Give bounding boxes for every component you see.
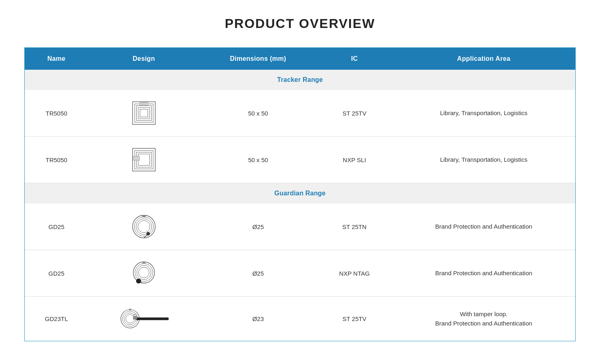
svg-point-35: [129, 308, 131, 310]
app-area-line1: With tamper loop.: [460, 310, 508, 317]
product-ic: NXP SLI: [317, 137, 392, 183]
product-ic: ST 25TV: [317, 90, 392, 137]
product-app-area: Library, Transportation, Logistics: [392, 137, 575, 183]
product-app-area: Brand Protection and Authentication: [392, 203, 575, 250]
category-row-tracker: Tracker Range: [25, 70, 575, 90]
table-row: GD25: [25, 203, 575, 250]
table-header-row: Name Design Dimensions (mm) IC Applicati…: [25, 48, 575, 70]
app-area-line2: Brand Protection and Authentication: [435, 320, 532, 327]
category-label-tracker: Tracker Range: [25, 70, 575, 90]
product-ic: ST 25TN: [317, 203, 392, 250]
product-dimensions: Ø25: [199, 203, 317, 250]
design-icon-gd23tl: [118, 306, 170, 332]
table-row: TR5050: [25, 137, 575, 183]
product-table: Name Design Dimensions (mm) IC Applicati…: [25, 48, 575, 341]
design-icon-tr5050-v2: [130, 146, 158, 174]
product-app-area: Library, Transportation, Logistics: [392, 90, 575, 137]
svg-point-20: [138, 221, 150, 233]
svg-rect-28: [142, 261, 145, 263]
product-name: GD23TL: [25, 297, 88, 341]
product-design: [88, 90, 199, 137]
design-icon-gd25-v1: [130, 212, 158, 241]
page-title: PRODUCT OVERVIEW: [225, 16, 375, 31]
svg-rect-2: [136, 106, 151, 121]
svg-point-27: [139, 267, 149, 278]
svg-point-18: [134, 217, 153, 236]
design-icon-tr5050-v1: [130, 99, 158, 127]
svg-rect-4: [140, 109, 148, 117]
product-name: GD25: [25, 250, 88, 297]
product-dimensions: 50 x 50: [199, 137, 317, 183]
category-label-guardian: Guardian Range: [25, 183, 575, 204]
col-header-dimensions: Dimensions (mm): [199, 48, 317, 70]
svg-rect-12: [138, 154, 150, 165]
product-app-area: With tamper loop. Brand Protection and A…: [392, 297, 575, 341]
product-design: [88, 203, 199, 250]
product-dimensions: 50 x 50: [199, 90, 317, 137]
svg-rect-21: [142, 215, 146, 217]
col-header-name: Name: [25, 48, 88, 70]
col-header-design: Design: [88, 48, 199, 70]
product-design: [88, 297, 199, 341]
table-row: TR5050: [25, 90, 575, 137]
product-table-wrapper: Name Design Dimensions (mm) IC Applicati…: [24, 47, 576, 341]
product-ic: ST 25TV: [317, 297, 392, 341]
col-header-ic: IC: [317, 48, 392, 70]
design-icon-gd25-v2: [130, 259, 158, 287]
table-row: GD23TL: [25, 297, 575, 341]
svg-rect-1: [135, 104, 153, 122]
product-dimensions: Ø25: [199, 250, 317, 297]
svg-rect-36: [135, 317, 168, 320]
table-row: GD25: [25, 250, 575, 297]
product-dimensions: Ø23: [199, 297, 317, 341]
product-design: [88, 250, 199, 297]
product-app-area: Brand Protection and Authentication: [392, 250, 575, 297]
col-header-application-area: Application Area: [392, 48, 575, 70]
category-row-guardian: Guardian Range: [25, 183, 575, 204]
product-ic: NXP NTAG: [317, 250, 392, 297]
product-name: GD25: [25, 203, 88, 250]
product-name: TR5050: [25, 137, 88, 183]
svg-point-26: [137, 266, 151, 280]
product-design: [88, 137, 199, 183]
svg-point-19: [136, 219, 152, 235]
product-name: TR5050: [25, 90, 88, 137]
